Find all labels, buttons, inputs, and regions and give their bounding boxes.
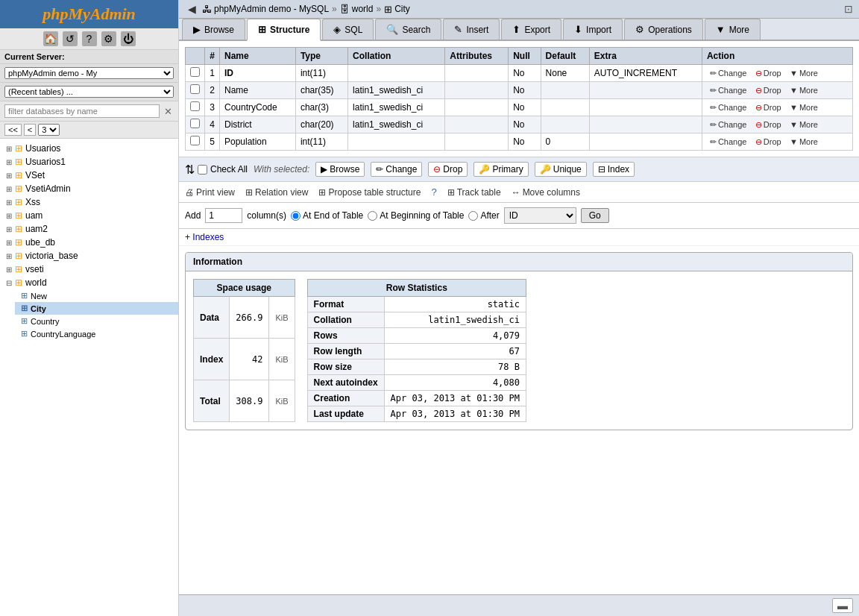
recent-tables-select[interactable]: (Recent tables) ... — [4, 86, 174, 98]
more-button-countrycode[interactable]: ▼ More — [787, 102, 821, 113]
drop-button-id[interactable]: ⊖ Drop — [752, 68, 784, 79]
sidebar-item-uam2[interactable]: ⊞⊞ uam2 — [0, 222, 178, 236]
row-null-population: No — [509, 133, 541, 151]
sidebar-item-xss[interactable]: ⊞⊞ Xss — [0, 195, 178, 209]
indexes-row: + Indexes — [179, 229, 859, 246]
tab-insert[interactable]: ✎ Insert — [443, 19, 500, 40]
more-button-name[interactable]: ▼ More — [787, 85, 821, 95]
more-icon: ▼ — [790, 103, 798, 112]
more-tab-icon: ▼ — [716, 24, 726, 35]
with-sel-browse-button[interactable]: ▶ Browse — [315, 162, 365, 177]
sidebar-item-countrylanguage[interactable]: ⊞ CountryLanguage — [15, 327, 178, 340]
move-columns-link[interactable]: ↔ Move columns — [512, 187, 580, 198]
sidebar-item-uam[interactable]: ⊞⊞ uam — [0, 209, 178, 222]
with-sel-primary-button[interactable]: 🔑 Primary — [473, 162, 528, 177]
with-sel-index-button[interactable]: ⊟ Index — [593, 162, 635, 177]
change-button-id[interactable]: ✏ Change — [707, 68, 750, 79]
at-end-radio[interactable] — [291, 211, 301, 221]
sidebar-item-vsetiadmin[interactable]: ⊞⊞ VsetiAdmin — [0, 182, 178, 195]
at-end-label[interactable]: At End of Table — [291, 210, 363, 221]
with-sel-drop-button[interactable]: ⊖ Drop — [428, 162, 468, 177]
db-filter-clear-button[interactable]: ✕ — [163, 106, 174, 117]
drop-button-countrycode[interactable]: ⊖ Drop — [752, 102, 784, 113]
sidebar-item-vset[interactable]: ⊞⊞ VSet — [0, 169, 178, 182]
at-beginning-radio[interactable] — [368, 211, 377, 221]
check-all-checkbox[interactable] — [198, 165, 207, 175]
sidebar-item-usuarios[interactable]: ⊞⊞ Usuarios — [0, 142, 178, 155]
after-radio[interactable] — [468, 211, 478, 221]
sidebar-item-victoria-base[interactable]: ⊞⊞ victoria_base — [0, 249, 178, 263]
relation-view-label: Relation view — [255, 187, 308, 198]
with-sel-change-button[interactable]: ✏ Change — [371, 162, 422, 177]
settings-icon[interactable]: ⚙ — [101, 31, 116, 46]
sidebar-item-country[interactable]: ⊞ Country — [15, 315, 178, 327]
drop-button-population[interactable]: ⊖ Drop — [752, 136, 784, 148]
at-beginning-label[interactable]: At Beginning of Table — [368, 210, 464, 221]
refresh-icon[interactable]: ↺ — [63, 31, 78, 46]
after-column-select[interactable]: ID Name CountryCode District Population — [504, 207, 576, 224]
additional-actions-row: 🖨 Print view ⊞ Relation view ⊞ Propose t… — [179, 182, 859, 203]
row-attributes-district — [445, 116, 509, 133]
track-table-link[interactable]: ⊞ Track table — [447, 187, 501, 198]
more-button-id[interactable]: ▼ More — [787, 68, 821, 78]
tab-export[interactable]: ⬆ Export — [501, 19, 561, 40]
indexes-link[interactable]: + Indexes — [185, 232, 224, 242]
change-button-countrycode[interactable]: ✏ Change — [707, 102, 750, 113]
tab-search[interactable]: 🔍 Search — [375, 19, 441, 40]
tab-operations[interactable]: ⚙ Operations — [624, 19, 703, 40]
help-icon[interactable]: ? — [82, 31, 97, 46]
drop-button-district[interactable]: ⊖ Drop — [752, 119, 784, 131]
tab-import[interactable]: ⬇ Import — [563, 19, 623, 40]
propose-table-link[interactable]: ⊞ Propose table structure — [318, 187, 421, 198]
logout-icon[interactable]: ⏻ — [121, 31, 136, 46]
breadcrumb-item-server[interactable]: 🖧 phpMyAdmin demo - MySQL — [202, 4, 329, 15]
stat-rowlength-row: Row length 67 — [307, 344, 526, 359]
go-button[interactable]: Go — [581, 208, 609, 223]
server-select[interactable]: phpMyAdmin demo - My — [4, 67, 174, 79]
sidebar-item-city[interactable]: ⊞ City — [15, 302, 178, 315]
sidebar-item-new[interactable]: ⊞ New — [15, 289, 178, 302]
more-button-population[interactable]: ▼ More — [787, 136, 821, 147]
change-button-name[interactable]: ✏ Change — [707, 85, 750, 96]
change-button-population[interactable]: ✏ Change — [707, 136, 750, 148]
with-sel-unique-label: Unique — [553, 164, 582, 175]
sidebar-item-vseti[interactable]: ⊞⊞ vseti — [0, 263, 178, 276]
breadcrumb-item-db[interactable]: 🗄 world — [340, 4, 374, 15]
pencil-icon: ✏ — [710, 86, 717, 95]
sidebar-item-world[interactable]: ⊟⊞ world — [0, 276, 178, 289]
print-view-link[interactable]: 🖨 Print view — [185, 187, 235, 198]
pagination-page-select[interactable]: 3 — [38, 124, 60, 136]
collapse-right-icon[interactable]: ⊡ — [844, 3, 853, 15]
home-icon[interactable]: 🏠 — [43, 31, 58, 46]
row-checkbox-population[interactable] — [190, 136, 200, 145]
pagination-prev-button[interactable]: < — [24, 124, 36, 136]
at-beginning-text: At Beginning of Table — [380, 210, 464, 221]
row-checkbox-district[interactable] — [190, 119, 200, 128]
with-sel-unique-button[interactable]: 🔑 Unique — [535, 162, 587, 177]
pagination-prev-prev-button[interactable]: << — [4, 124, 22, 136]
more-button-district[interactable]: ▼ More — [787, 119, 821, 130]
db-filter-input[interactable] — [4, 104, 160, 118]
tab-more[interactable]: ▼ More — [705, 19, 761, 40]
tab-browse-label: Browse — [204, 25, 234, 35]
table-icon: ⊞ — [384, 4, 392, 15]
print-view-label: Print view — [196, 187, 235, 198]
add-column-count-input[interactable] — [205, 208, 242, 223]
change-button-district[interactable]: ✏ Change — [707, 119, 750, 131]
drop-button-name[interactable]: ⊖ Drop — [752, 85, 784, 96]
row-checkbox-name[interactable] — [190, 84, 200, 94]
row-checkbox-countrycode[interactable] — [190, 101, 200, 111]
row-action-countrycode: ✏ Change ⊖ Drop ▼ More — [702, 99, 852, 116]
tab-browse[interactable]: ▶ Browse — [182, 19, 245, 40]
row-checkbox-id[interactable] — [190, 67, 200, 77]
breadcrumb-item-table[interactable]: ⊞ City — [384, 4, 410, 15]
sidebar-item-usuarios1[interactable]: ⊞⊞ Usuarios1 — [0, 155, 178, 169]
collapse-button[interactable]: ▬ — [832, 598, 853, 613]
tab-structure[interactable]: ⊞ Structure — [247, 19, 321, 41]
propose-help-icon[interactable]: ? — [431, 186, 436, 198]
nav-back-arrow[interactable]: ◀ — [185, 3, 199, 15]
sidebar-item-ube-db[interactable]: ⊞⊞ ube_db — [0, 236, 178, 249]
tab-sql[interactable]: ◈ SQL — [322, 19, 374, 40]
relation-view-link[interactable]: ⊞ Relation view — [245, 187, 308, 198]
row-null-countrycode: No — [509, 99, 541, 116]
